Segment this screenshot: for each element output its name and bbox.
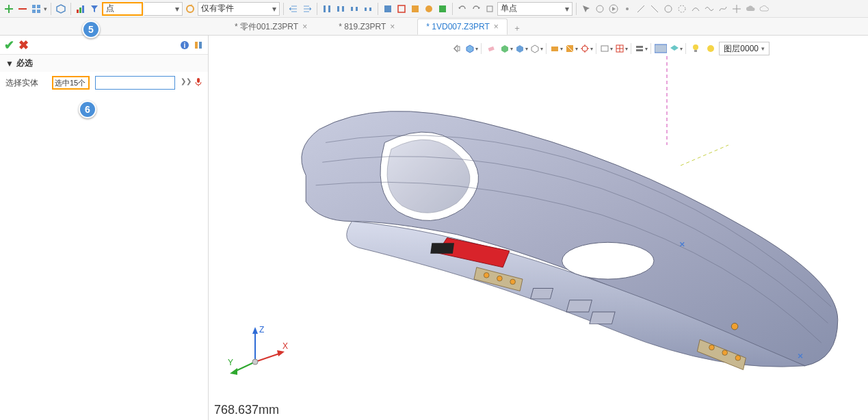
svg-marker-37 bbox=[516, 45, 523, 53]
refresh-icon[interactable] bbox=[184, 3, 196, 15]
dot-icon[interactable] bbox=[621, 3, 633, 15]
svg-rect-18 bbox=[398, 5, 405, 12]
svg-point-26 bbox=[665, 5, 672, 12]
filter-type-dropdown[interactable]: 点 bbox=[102, 2, 143, 16]
circle1-icon[interactable] bbox=[594, 3, 606, 15]
select-entity-input[interactable] bbox=[95, 76, 175, 90]
info-icon[interactable]: i bbox=[179, 40, 190, 51]
status-dimension: 768.637mm bbox=[209, 400, 285, 420]
expand-icon[interactable]: ❯❯ bbox=[181, 77, 192, 89]
svg-rect-35 bbox=[488, 47, 495, 51]
svg-point-74 bbox=[252, 359, 258, 365]
section-required[interactable]: ▼ 必选 bbox=[0, 55, 208, 72]
vp-color-swatch[interactable] bbox=[654, 42, 668, 55]
vp-box-icon[interactable] bbox=[549, 42, 563, 55]
svg-point-60 bbox=[735, 355, 741, 360]
vp-cube3-icon[interactable] bbox=[529, 42, 543, 55]
line2-icon[interactable] bbox=[648, 3, 661, 15]
line-icon[interactable] bbox=[635, 3, 647, 15]
spline-icon[interactable] bbox=[717, 3, 729, 15]
arc-icon[interactable] bbox=[689, 3, 702, 15]
circle2-icon[interactable] bbox=[662, 3, 674, 15]
svg-marker-47 bbox=[670, 45, 679, 51]
play-icon[interactable] bbox=[607, 3, 620, 15]
svg-rect-63 bbox=[590, 312, 615, 324]
tool-e-icon[interactable] bbox=[436, 3, 449, 15]
svg-rect-7 bbox=[82, 5, 84, 13]
svg-line-68 bbox=[255, 353, 281, 362]
add-icon[interactable] bbox=[3, 3, 15, 15]
circle3-icon[interactable] bbox=[676, 3, 688, 15]
vp-rect-icon[interactable] bbox=[599, 42, 613, 55]
vp-layer-icon[interactable] bbox=[669, 42, 683, 55]
mic-icon[interactable] bbox=[194, 77, 202, 89]
cloud-icon[interactable] bbox=[744, 3, 757, 15]
align-h1-icon[interactable] bbox=[321, 3, 333, 15]
cloud2-icon[interactable] bbox=[758, 3, 770, 15]
svg-marker-38 bbox=[531, 45, 538, 53]
chart-icon[interactable] bbox=[75, 3, 87, 15]
vp-back-icon[interactable] bbox=[449, 42, 463, 55]
vp-stack-icon[interactable] bbox=[634, 42, 648, 55]
filter-type-label: 点 bbox=[106, 3, 114, 14]
indent-left-icon[interactable] bbox=[287, 3, 300, 15]
scope-dropdown[interactable]: 仅有零件 ▾ bbox=[198, 2, 280, 16]
svg-rect-14 bbox=[356, 7, 358, 11]
svg-rect-2 bbox=[32, 10, 36, 13]
vp-warn-icon[interactable] bbox=[704, 42, 718, 55]
svg-text:X: X bbox=[282, 341, 288, 351]
svg-point-53 bbox=[562, 242, 654, 279]
redo-icon[interactable] bbox=[470, 3, 482, 15]
layer-dropdown[interactable]: 图层0000 ▾ bbox=[719, 42, 770, 55]
svg-rect-0 bbox=[32, 5, 36, 8]
snap1-icon[interactable] bbox=[731, 3, 743, 15]
tool-f-icon[interactable] bbox=[484, 3, 496, 15]
svg-rect-13 bbox=[351, 7, 353, 11]
close-icon[interactable]: × bbox=[494, 22, 499, 31]
svg-rect-61 bbox=[531, 289, 553, 299]
tool-d-icon[interactable] bbox=[423, 3, 435, 15]
cancel-icon[interactable]: ✖ bbox=[18, 38, 29, 53]
svg-rect-33 bbox=[458, 47, 460, 51]
filter-type-dropdown-ext[interactable]: ▾ bbox=[144, 2, 183, 16]
layer-label: 图层0000 bbox=[724, 43, 759, 55]
tool-b-icon[interactable] bbox=[395, 3, 408, 15]
vp-cube1-icon[interactable] bbox=[499, 42, 513, 55]
tab-819[interactable]: * 819.Z3PRT × bbox=[330, 18, 404, 35]
reset-icon[interactable] bbox=[193, 40, 204, 51]
align-h3-icon[interactable] bbox=[348, 3, 360, 15]
close-icon[interactable]: × bbox=[302, 22, 307, 31]
hexagon-icon[interactable] bbox=[55, 3, 67, 15]
snap-mode-dropdown[interactable]: 单点 ▾ bbox=[497, 2, 573, 16]
tab-1vd007[interactable]: * 1VD007.Z3PRT × bbox=[417, 18, 508, 35]
vp-target-icon[interactable] bbox=[579, 42, 593, 55]
svg-rect-31 bbox=[199, 42, 202, 49]
svg-rect-16 bbox=[369, 8, 371, 11]
tab-add-button[interactable]: ＋ bbox=[510, 21, 524, 35]
wave-icon[interactable] bbox=[703, 3, 715, 15]
svg-marker-34 bbox=[466, 45, 473, 53]
confirm-icon[interactable]: ✔ bbox=[4, 38, 14, 53]
funnel-icon[interactable] bbox=[88, 3, 101, 15]
vp-sect-icon[interactable] bbox=[564, 42, 578, 55]
cursor-icon[interactable] bbox=[580, 3, 592, 15]
indent-right-icon[interactable] bbox=[301, 3, 313, 15]
tool-a-icon[interactable] bbox=[382, 3, 394, 15]
3d-viewport[interactable]: 图层0000 ▾ bbox=[209, 36, 868, 420]
vp-grid-icon[interactable] bbox=[614, 42, 628, 55]
svg-point-41 bbox=[582, 46, 588, 51]
select-entity-count[interactable]: 选中15个 bbox=[52, 76, 90, 90]
tool-c-icon[interactable] bbox=[409, 3, 421, 15]
remove-icon[interactable] bbox=[16, 3, 29, 15]
vp-eraser-icon[interactable] bbox=[484, 42, 498, 55]
align-h4-icon[interactable] bbox=[362, 3, 374, 15]
svg-marker-72 bbox=[230, 368, 237, 375]
tab-part001[interactable]: * 零件001.Z3PRT × bbox=[226, 18, 316, 35]
close-icon[interactable]: × bbox=[390, 22, 395, 31]
vp-view-icon[interactable] bbox=[464, 42, 478, 55]
vp-cube2-icon[interactable] bbox=[514, 42, 528, 55]
align-h2-icon[interactable] bbox=[334, 3, 347, 15]
grid-icon[interactable] bbox=[30, 3, 42, 15]
undo-icon[interactable] bbox=[456, 3, 469, 15]
vp-bulb-icon[interactable] bbox=[689, 42, 702, 55]
